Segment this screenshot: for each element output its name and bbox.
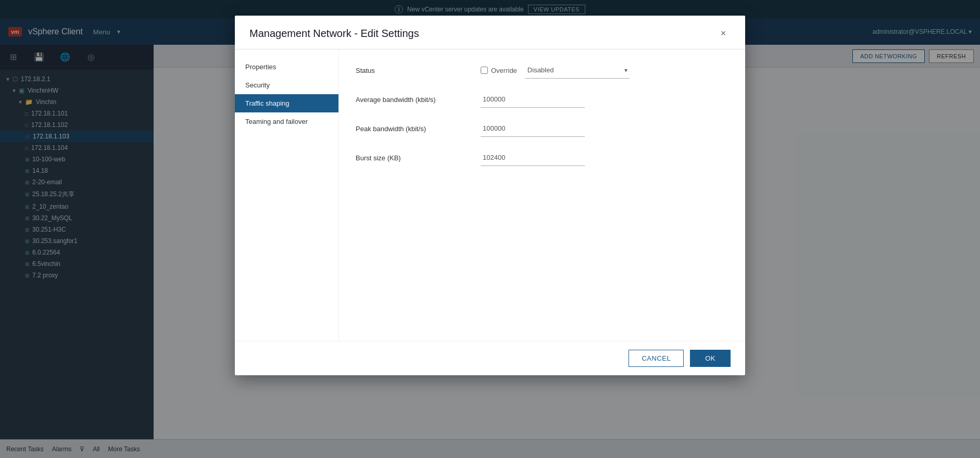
status-select-wrapper: Disabled Enabled bbox=[525, 62, 630, 79]
modal-dialog: Management Network - Edit Settings × Pro… bbox=[235, 16, 745, 375]
override-checkbox-wrapper: Override bbox=[481, 67, 517, 74]
modal-body: Properties Security Traffic shaping Team… bbox=[235, 49, 745, 341]
modal-close-button[interactable]: × bbox=[716, 26, 731, 41]
burst-size-input[interactable] bbox=[481, 149, 585, 166]
modal-nav: Properties Security Traffic shaping Team… bbox=[235, 49, 339, 341]
override-checkbox[interactable] bbox=[481, 67, 488, 74]
avg-bandwidth-input[interactable] bbox=[481, 91, 585, 108]
burst-size-row: Burst size (KB) bbox=[356, 149, 728, 166]
nav-item-properties[interactable]: Properties bbox=[235, 58, 338, 76]
avg-bandwidth-label: Average bandwidth (kbit/s) bbox=[356, 96, 481, 104]
modal-header: Management Network - Edit Settings × bbox=[235, 16, 745, 49]
peak-bandwidth-input[interactable] bbox=[481, 120, 585, 137]
avg-bandwidth-row: Average bandwidth (kbit/s) bbox=[356, 91, 728, 108]
status-row: Status Override Disabled Enabled bbox=[356, 62, 728, 79]
nav-item-teaming[interactable]: Teaming and failover bbox=[235, 112, 338, 131]
nav-item-security[interactable]: Security bbox=[235, 76, 338, 94]
status-control-group: Override Disabled Enabled bbox=[481, 62, 728, 79]
burst-size-label: Burst size (KB) bbox=[356, 154, 481, 162]
status-label: Status bbox=[356, 67, 481, 74]
cancel-button[interactable]: CANCEL bbox=[629, 350, 684, 367]
ok-button[interactable]: OK bbox=[690, 350, 731, 367]
status-select[interactable]: Disabled Enabled bbox=[525, 62, 630, 79]
override-label: Override bbox=[491, 67, 517, 74]
nav-item-traffic-shaping[interactable]: Traffic shaping bbox=[235, 94, 338, 112]
peak-bandwidth-label: Peak bandwidth (kbit/s) bbox=[356, 125, 481, 133]
peak-bandwidth-row: Peak bandwidth (kbit/s) bbox=[356, 120, 728, 137]
modal-footer: CANCEL OK bbox=[235, 341, 745, 375]
modal-form: Status Override Disabled Enabled bbox=[339, 49, 745, 341]
modal-title: Management Network - Edit Settings bbox=[249, 28, 419, 40]
